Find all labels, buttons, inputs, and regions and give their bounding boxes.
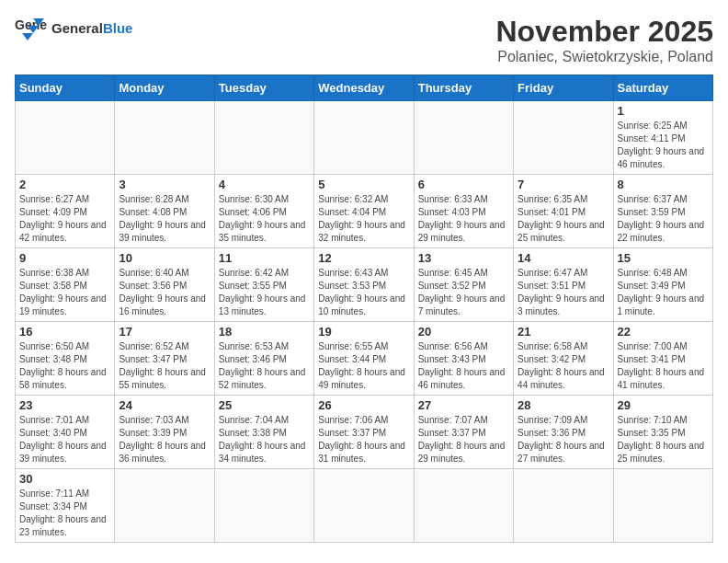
day-number: 16 bbox=[19, 325, 110, 339]
calendar-cell bbox=[314, 101, 414, 175]
calendar-cell: 3Sunrise: 6:28 AM Sunset: 4:08 PM Daylig… bbox=[115, 175, 214, 248]
day-info: Sunrise: 6:47 AM Sunset: 3:51 PM Dayligh… bbox=[518, 267, 609, 318]
logo-general: General bbox=[51, 20, 103, 36]
day-info: Sunrise: 6:30 AM Sunset: 4:06 PM Dayligh… bbox=[219, 193, 310, 245]
calendar-cell bbox=[414, 469, 513, 543]
day-number: 27 bbox=[418, 398, 509, 412]
calendar-cell: 1Sunrise: 6:25 AM Sunset: 4:11 PM Daylig… bbox=[613, 101, 712, 175]
calendar-cell bbox=[314, 469, 414, 543]
calendar-cell: 4Sunrise: 6:30 AM Sunset: 4:06 PM Daylig… bbox=[214, 175, 313, 248]
day-info: Sunrise: 6:56 AM Sunset: 3:43 PM Dayligh… bbox=[418, 340, 509, 392]
day-number: 26 bbox=[318, 398, 409, 412]
weekday-header-sunday: Sunday bbox=[16, 75, 115, 101]
day-number: 29 bbox=[618, 398, 709, 412]
calendar-cell: 20Sunrise: 6:56 AM Sunset: 3:43 PM Dayli… bbox=[414, 322, 513, 396]
day-info: Sunrise: 7:09 AM Sunset: 3:36 PM Dayligh… bbox=[518, 414, 609, 465]
calendar-cell: 16Sunrise: 6:50 AM Sunset: 3:48 PM Dayli… bbox=[16, 322, 115, 396]
calendar-cell: 12Sunrise: 6:43 AM Sunset: 3:53 PM Dayli… bbox=[314, 248, 414, 322]
weekday-header-monday: Monday bbox=[115, 75, 214, 101]
day-number: 8 bbox=[618, 178, 709, 191]
calendar-cell: 21Sunrise: 6:58 AM Sunset: 3:42 PM Dayli… bbox=[514, 322, 613, 396]
day-info: Sunrise: 6:33 AM Sunset: 4:03 PM Dayligh… bbox=[418, 193, 509, 245]
day-number: 22 bbox=[618, 325, 709, 339]
day-number: 19 bbox=[318, 325, 409, 339]
calendar-cell: 8Sunrise: 6:37 AM Sunset: 3:59 PM Daylig… bbox=[613, 175, 712, 248]
day-number: 2 bbox=[19, 178, 110, 191]
calendar-cell: 13Sunrise: 6:45 AM Sunset: 3:52 PM Dayli… bbox=[414, 248, 513, 322]
day-info: Sunrise: 6:58 AM Sunset: 3:42 PM Dayligh… bbox=[518, 340, 609, 392]
calendar-cell: 26Sunrise: 7:06 AM Sunset: 3:37 PM Dayli… bbox=[314, 396, 414, 469]
calendar-cell bbox=[214, 101, 313, 175]
calendar-cell: 28Sunrise: 7:09 AM Sunset: 3:36 PM Dayli… bbox=[514, 396, 613, 469]
weekday-header-saturday: Saturday bbox=[613, 75, 712, 101]
day-number: 25 bbox=[219, 398, 310, 412]
day-info: Sunrise: 7:03 AM Sunset: 3:39 PM Dayligh… bbox=[119, 414, 210, 465]
day-number: 24 bbox=[119, 398, 210, 412]
calendar-cell: 11Sunrise: 6:42 AM Sunset: 3:55 PM Dayli… bbox=[214, 248, 313, 322]
calendar-cell: 2Sunrise: 6:27 AM Sunset: 4:09 PM Daylig… bbox=[16, 175, 115, 248]
day-info: Sunrise: 7:01 AM Sunset: 3:40 PM Dayligh… bbox=[19, 414, 110, 465]
calendar-cell: 18Sunrise: 6:53 AM Sunset: 3:46 PM Dayli… bbox=[214, 322, 313, 396]
logo-icon: General bbox=[15, 15, 48, 40]
day-info: Sunrise: 6:43 AM Sunset: 3:53 PM Dayligh… bbox=[318, 267, 409, 318]
weekday-header-wednesday: Wednesday bbox=[314, 75, 414, 101]
day-number: 10 bbox=[119, 251, 210, 265]
calendar-cell: 9Sunrise: 6:38 AM Sunset: 3:58 PM Daylig… bbox=[16, 248, 115, 322]
day-info: Sunrise: 6:35 AM Sunset: 4:01 PM Dayligh… bbox=[518, 193, 609, 245]
day-info: Sunrise: 6:37 AM Sunset: 3:59 PM Dayligh… bbox=[618, 193, 709, 245]
day-info: Sunrise: 6:38 AM Sunset: 3:58 PM Dayligh… bbox=[19, 267, 110, 318]
day-number: 13 bbox=[418, 251, 509, 265]
calendar-cell: 5Sunrise: 6:32 AM Sunset: 4:04 PM Daylig… bbox=[314, 175, 414, 248]
day-info: Sunrise: 7:04 AM Sunset: 3:38 PM Dayligh… bbox=[219, 414, 310, 465]
calendar-cell: 15Sunrise: 6:48 AM Sunset: 3:49 PM Dayli… bbox=[613, 248, 712, 322]
day-info: Sunrise: 7:10 AM Sunset: 3:35 PM Dayligh… bbox=[618, 414, 709, 465]
day-number: 5 bbox=[318, 178, 409, 191]
calendar-cell: 17Sunrise: 6:52 AM Sunset: 3:47 PM Dayli… bbox=[115, 322, 214, 396]
calendar-cell bbox=[414, 101, 513, 175]
calendar-cell: 25Sunrise: 7:04 AM Sunset: 3:38 PM Dayli… bbox=[214, 396, 313, 469]
calendar-week-1: 2Sunrise: 6:27 AM Sunset: 4:09 PM Daylig… bbox=[16, 175, 713, 248]
title-block: November 2025 Polaniec, Swietokrzyskie, … bbox=[495, 15, 713, 65]
calendar-cell bbox=[115, 101, 214, 175]
day-number: 23 bbox=[19, 398, 110, 412]
calendar-cell: 6Sunrise: 6:33 AM Sunset: 4:03 PM Daylig… bbox=[414, 175, 513, 248]
day-number: 30 bbox=[19, 472, 110, 486]
day-number: 17 bbox=[119, 325, 210, 339]
calendar-cell bbox=[214, 469, 313, 543]
day-number: 15 bbox=[618, 251, 709, 265]
day-info: Sunrise: 7:07 AM Sunset: 3:37 PM Dayligh… bbox=[418, 414, 509, 465]
day-number: 3 bbox=[119, 178, 210, 191]
weekday-header-friday: Friday bbox=[514, 75, 613, 101]
day-info: Sunrise: 7:06 AM Sunset: 3:37 PM Dayligh… bbox=[318, 414, 409, 465]
day-info: Sunrise: 6:55 AM Sunset: 3:44 PM Dayligh… bbox=[318, 340, 409, 392]
calendar-week-3: 16Sunrise: 6:50 AM Sunset: 3:48 PM Dayli… bbox=[16, 322, 713, 396]
calendar-cell: 23Sunrise: 7:01 AM Sunset: 3:40 PM Dayli… bbox=[16, 396, 115, 469]
location-title: Polaniec, Swietokrzyskie, Poland bbox=[495, 49, 713, 65]
day-number: 9 bbox=[19, 251, 110, 265]
day-number: 20 bbox=[418, 325, 509, 339]
page-header: General GeneralBlue November 2025 Polani… bbox=[15, 15, 713, 65]
calendar-table: SundayMondayTuesdayWednesdayThursdayFrid… bbox=[15, 75, 713, 543]
day-info: Sunrise: 6:48 AM Sunset: 3:49 PM Dayligh… bbox=[618, 267, 709, 318]
calendar-cell: 30Sunrise: 7:11 AM Sunset: 3:34 PM Dayli… bbox=[16, 469, 115, 543]
day-number: 14 bbox=[518, 251, 609, 265]
weekday-header-row: SundayMondayTuesdayWednesdayThursdayFrid… bbox=[16, 75, 713, 101]
calendar-week-4: 23Sunrise: 7:01 AM Sunset: 3:40 PM Dayli… bbox=[16, 396, 713, 469]
calendar-cell: 7Sunrise: 6:35 AM Sunset: 4:01 PM Daylig… bbox=[514, 175, 613, 248]
day-info: Sunrise: 6:50 AM Sunset: 3:48 PM Dayligh… bbox=[19, 340, 110, 392]
day-info: Sunrise: 6:32 AM Sunset: 4:04 PM Dayligh… bbox=[318, 193, 409, 245]
calendar-cell bbox=[16, 101, 115, 175]
day-info: Sunrise: 6:25 AM Sunset: 4:11 PM Dayligh… bbox=[618, 120, 709, 171]
calendar-week-0: 1Sunrise: 6:25 AM Sunset: 4:11 PM Daylig… bbox=[16, 101, 713, 175]
calendar-cell: 24Sunrise: 7:03 AM Sunset: 3:39 PM Dayli… bbox=[115, 396, 214, 469]
calendar-cell: 10Sunrise: 6:40 AM Sunset: 3:56 PM Dayli… bbox=[115, 248, 214, 322]
day-info: Sunrise: 6:52 AM Sunset: 3:47 PM Dayligh… bbox=[119, 340, 210, 392]
logo-blue: Blue bbox=[103, 20, 133, 36]
day-number: 1 bbox=[618, 104, 709, 118]
day-number: 6 bbox=[418, 178, 509, 191]
weekday-header-thursday: Thursday bbox=[414, 75, 513, 101]
calendar-week-5: 30Sunrise: 7:11 AM Sunset: 3:34 PM Dayli… bbox=[16, 469, 713, 543]
day-info: Sunrise: 6:42 AM Sunset: 3:55 PM Dayligh… bbox=[219, 267, 310, 318]
day-number: 21 bbox=[518, 325, 609, 339]
calendar-cell: 22Sunrise: 7:00 AM Sunset: 3:41 PM Dayli… bbox=[613, 322, 712, 396]
